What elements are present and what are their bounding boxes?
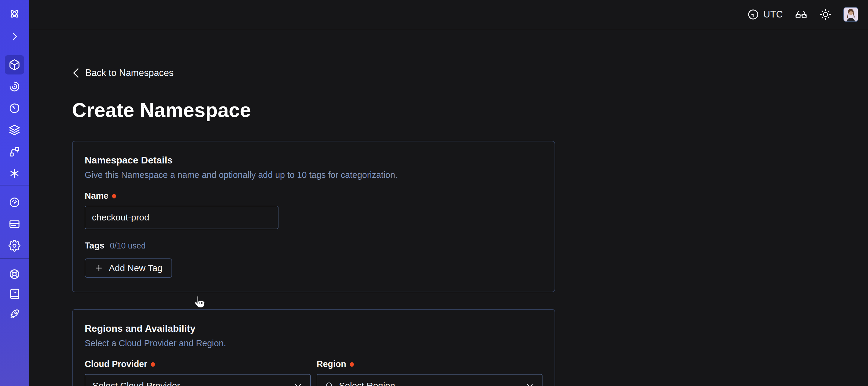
usage-gauge-icon <box>8 196 21 208</box>
sidebar-item-settings[interactable] <box>0 240 29 252</box>
sidebar-item-support[interactable] <box>0 268 29 280</box>
back-to-namespaces-link[interactable]: Back to Namespaces <box>72 67 174 79</box>
timezone-selector[interactable]: UTC <box>747 8 783 21</box>
sidebar-item-usage[interactable] <box>0 196 29 208</box>
avatar-portrait <box>844 7 858 22</box>
sidebar-item-billing[interactable] <box>0 218 29 230</box>
chevron-down-icon <box>525 381 535 386</box>
card-title: Regions and Availability <box>85 323 542 334</box>
cursor-pointer-icon <box>192 294 206 311</box>
topbar: UTC <box>29 0 868 29</box>
sidebar-item-nexus[interactable] <box>0 146 29 158</box>
cloud-provider-label: Cloud Provider <box>85 359 147 369</box>
chevron-down-icon <box>293 381 303 386</box>
tags-counter: 0/10 used <box>110 241 146 250</box>
nexus-branch-icon <box>8 146 21 158</box>
region-label: Region <box>317 359 346 369</box>
clock-icon <box>747 8 759 21</box>
timezone-label: UTC <box>764 9 783 20</box>
cloud-provider-placeholder: Select Cloud Provider <box>93 381 288 386</box>
sidebar-item-namespaces[interactable] <box>5 55 24 75</box>
required-dot <box>350 362 354 367</box>
add-new-tag-label: Add New Tag <box>109 263 162 273</box>
sidebar-divider <box>0 259 29 259</box>
cloud-provider-field: Cloud Provider Select Cloud Provider <box>85 359 311 386</box>
name-field-label: Name <box>85 191 108 201</box>
get-started-rocket-icon <box>8 308 21 320</box>
add-new-tag-button[interactable]: Add New Tag <box>85 259 172 278</box>
user-avatar[interactable] <box>843 7 858 22</box>
sidebar-item-docs[interactable] <box>0 288 29 300</box>
sidebar-item-deployments[interactable] <box>0 124 29 136</box>
sidebar-nav <box>0 0 29 386</box>
sidebar-item-schedules[interactable] <box>0 102 29 114</box>
docs-book-icon <box>8 288 21 300</box>
settings-gear-icon <box>8 240 21 252</box>
required-dot <box>151 362 155 367</box>
workflows-spiral-icon <box>8 81 21 93</box>
regions-availability-card: Regions and Availability Select a Cloud … <box>72 309 555 386</box>
region-field: Region Select Region <box>317 359 543 386</box>
card-subtitle: Select a Cloud Provider and Region. <box>85 338 542 348</box>
region-placeholder: Select Region <box>339 381 521 386</box>
tags-label: Tags <box>85 241 104 250</box>
glasses-icon[interactable] <box>795 8 808 21</box>
sidebar-item-workflows[interactable] <box>0 81 29 93</box>
support-lifebuoy-icon <box>8 268 21 280</box>
card-title: Namespace Details <box>85 155 542 166</box>
namespace-details-card: Namespace Details Give this Namespace a … <box>72 141 555 292</box>
sidebar-item-batch[interactable] <box>0 167 29 179</box>
card-subtitle: Give this Namespace a name and optionall… <box>85 170 542 180</box>
namespaces-cube-icon <box>8 59 21 71</box>
back-link-label: Back to Namespaces <box>85 67 174 79</box>
sidebar-expand-chevron-icon[interactable] <box>0 30 29 42</box>
namespace-name-input[interactable] <box>85 206 278 229</box>
deployments-layers-icon <box>8 124 21 136</box>
sun-icon[interactable] <box>819 8 832 21</box>
page-title: Create Namespace <box>72 99 868 121</box>
billing-card-icon <box>8 218 21 230</box>
region-select[interactable]: Select Region <box>317 374 543 386</box>
temporal-logo-icon[interactable] <box>0 8 29 20</box>
app-root: UTC <box>0 0 868 386</box>
batch-asterisk-icon <box>8 167 21 179</box>
schedules-timer-icon <box>8 102 21 114</box>
sidebar-item-get-started[interactable] <box>0 308 29 320</box>
plus-icon <box>94 264 103 273</box>
cloud-provider-select[interactable]: Select Cloud Provider <box>85 374 311 386</box>
search-icon <box>324 381 334 386</box>
sidebar-divider <box>0 185 29 185</box>
required-dot <box>112 194 116 199</box>
main-content: Back to Namespaces Create Namespace Name… <box>29 29 868 386</box>
chevron-left-icon <box>72 68 80 78</box>
